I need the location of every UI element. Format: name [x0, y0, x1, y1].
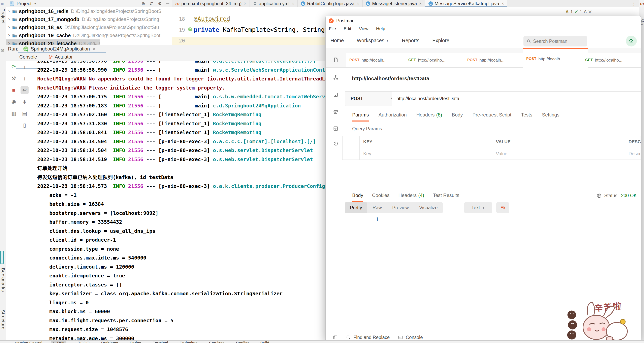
close-tab-icon[interactable]: × — [292, 1, 294, 6]
settings-wrench-icon[interactable]: ⚒ — [11, 73, 16, 84]
toolwindow-button-terminal[interactable]: ▪Terminal — [150, 341, 168, 343]
request-tab-2[interactable]: GEThttp://localho... — [405, 53, 470, 67]
close-tab-icon[interactable]: × — [356, 1, 359, 6]
run-config-name[interactable]: Springboot24MqApplication — [31, 46, 90, 52]
toolwindow-button-build[interactable]: ▪Build — [258, 341, 269, 343]
editor-tab-messageservicekafkaimpl-java[interactable]: CMessageServiceKafkaImpl.java× — [425, 0, 508, 7]
close-tab-icon[interactable]: × — [501, 1, 504, 6]
next-issue-icon[interactable]: ᐯ — [588, 9, 592, 14]
menu-view[interactable]: View — [359, 26, 368, 31]
editor-tab-rabbitconfigtopic-java[interactable]: CRabbitConfigTopic.java× — [298, 0, 363, 7]
request-tab-body[interactable]: Body — [452, 112, 463, 121]
editor-tab-application-yml[interactable]: ⚙application.yml× — [250, 0, 298, 7]
editor-tab-messagelistener-java[interactable]: CMessageListener.java× — [363, 0, 425, 7]
method-select[interactable]: POST ▼ — [345, 91, 398, 106]
tool-strip-structure-label[interactable]: Structure — [0, 310, 6, 330]
request-tab-4[interactable]: POSThttp://localh... — [523, 48, 588, 68]
request-tab-pre-request-script[interactable]: Pre-request Script — [472, 112, 512, 121]
search-input[interactable]: Search Postman — [524, 36, 587, 46]
tool-strip-project-label[interactable]: Project — [0, 8, 6, 23]
history-icon[interactable] — [333, 141, 338, 146]
layers-icon[interactable]: ▥ — [11, 108, 16, 119]
expand-collapse-icon[interactable]: ⇵ — [150, 1, 153, 6]
locate-icon[interactable]: ⊕ — [142, 1, 145, 6]
console-button[interactable]: Console — [406, 335, 422, 340]
view-mode-raw[interactable]: Raw — [367, 202, 387, 213]
close-icon[interactable]: × — [92, 46, 96, 52]
tab-console[interactable]: Console — [19, 54, 37, 60]
hide-panel-icon[interactable]: ─ — [166, 1, 169, 6]
close-tab-icon[interactable]: × — [419, 1, 422, 6]
find-and-replace-button[interactable]: Find and Replace — [354, 335, 390, 340]
param-input-key[interactable]: Key — [360, 148, 492, 160]
soft-wrap-icon[interactable]: ↩ — [20, 86, 28, 94]
project-tree-item-springboot-19-cache[interactable]: ›springboot_19_cacheD:\DingJiaxiong\Idea… — [6, 31, 172, 39]
project-tree-item-springboot-17-mongodb[interactable]: ›springboot_17_mongodbD:\DingJiaxiong\Id… — [6, 15, 172, 23]
request-tab-5[interactable]: GEThttp://localho... — [582, 53, 641, 67]
nav-reports[interactable]: Reports — [402, 38, 420, 43]
response-tab-cookies[interactable]: Cookies — [372, 193, 390, 202]
rerun-icon[interactable]: ⟳ — [12, 61, 16, 73]
response-tab-headers[interactable]: Headers(4) — [398, 193, 424, 202]
toolwindow-button-problems[interactable]: ▪Problems — [98, 341, 118, 343]
tab-actuator[interactable]: Actuator — [55, 54, 73, 60]
globe-icon[interactable] — [596, 193, 602, 198]
project-panel-title[interactable]: Project — [16, 1, 32, 6]
inspection-widget[interactable]: A 1 ✔ 1 ᐱ ᐯ — [566, 9, 592, 14]
window-icon[interactable]: ▦ — [1, 1, 4, 6]
clear-console-icon[interactable]: ▯ — [23, 119, 26, 131]
toolwindow-button-version-control[interactable]: ▪Version Control — [12, 341, 42, 343]
row-select-cell[interactable] — [342, 148, 360, 160]
scroll-to-end-icon[interactable]: ⇟ — [22, 96, 27, 108]
request-tab-params[interactable]: Params — [352, 112, 369, 121]
request-tab-tests[interactable]: Tests — [521, 112, 532, 121]
toolwindow-button-todo[interactable]: ▪TODO — [75, 341, 90, 343]
toolwindow-button-services[interactable]: ▪Services — [206, 341, 224, 343]
mock-servers-icon[interactable] — [333, 109, 338, 115]
scroll-marker[interactable] — [0, 251, 4, 264]
response-tab-test-results[interactable]: Test Results — [433, 193, 459, 202]
nav-explore[interactable]: Explore — [432, 38, 450, 43]
request-tab-1[interactable]: POSThttp://localh... — [346, 53, 411, 67]
url-input[interactable]: http://localhost/orders/testData — [392, 91, 641, 106]
tool-strip-bookmarks-label[interactable]: Bookmarks — [0, 268, 6, 292]
sidebar-toggle-icon[interactable] — [333, 335, 338, 340]
param-input-value[interactable]: Value — [492, 148, 625, 160]
menu-help[interactable]: Help — [376, 26, 385, 31]
project-tree-item-springboot-20-jetcache[interactable]: ›springboot_20_jetcacheD:\DingJiaxiong\I… — [6, 39, 100, 45]
param-input-description[interactable]: Description — [625, 148, 641, 160]
toolwindow-button-spring[interactable]: ▪Spring — [127, 341, 141, 343]
request-tab-headers[interactable]: Headers(8) — [416, 112, 442, 121]
project-tree-item-springboot-18-es[interactable]: ›springboot_18_esD:\DingJiaxiong\IdeaPro… — [6, 23, 172, 31]
down-stack-icon[interactable]: ↓ — [23, 73, 26, 84]
postman-titlebar[interactable]: Postman — [326, 16, 641, 25]
editor-tab-pom-xml-springboot-24-mq[interactable]: mpom.xml (springboot_24_mq)× — [172, 0, 250, 7]
stop-icon[interactable]: ■ — [12, 84, 15, 96]
request-tab-3[interactable]: POSThttp://localh... — [464, 53, 529, 67]
view-mode-visualize[interactable]: Visualize — [414, 202, 443, 213]
sync-cloud-icon[interactable] — [626, 36, 637, 46]
more-tabs-icon[interactable]: ⋮ — [632, 1, 636, 6]
menu-edit[interactable]: Edit — [344, 26, 351, 31]
monitors-icon[interactable] — [333, 126, 338, 131]
toolwindow-button-run[interactable]: ▶Run — [51, 341, 66, 343]
environments-icon[interactable] — [333, 92, 338, 98]
apis-icon[interactable] — [333, 75, 338, 80]
menu-file[interactable]: File — [329, 26, 336, 31]
response-tab-body[interactable]: Body — [352, 193, 363, 202]
view-mode-pretty[interactable]: Pretty — [345, 202, 367, 213]
row-select-cell[interactable] — [342, 136, 360, 148]
up-stack-icon[interactable]: ↑ — [23, 61, 26, 73]
dump-icon[interactable]: ◉ — [12, 96, 16, 108]
chevron-down-icon[interactable]: ▼ — [34, 2, 37, 5]
project-tree-item-springboot-16-redis[interactable]: ›springboot_16_redisD:\DingJiaxiong\Idea… — [6, 7, 172, 15]
print-icon[interactable]: ▤ — [22, 108, 27, 119]
toolwindow-button-endpoints[interactable]: ▪Endpoints — [177, 341, 198, 343]
request-tab-settings[interactable]: Settings — [542, 112, 560, 121]
project-view-icon[interactable] — [10, 1, 14, 6]
spring-bean-gutter-icon[interactable] — [188, 27, 192, 32]
request-tab-authorization[interactable]: Authorization — [378, 112, 407, 121]
collections-icon[interactable] — [333, 57, 338, 63]
toolwindow-button-profiler[interactable]: ▪Profiler — [233, 341, 249, 343]
nav-home[interactable]: Home — [330, 38, 344, 43]
